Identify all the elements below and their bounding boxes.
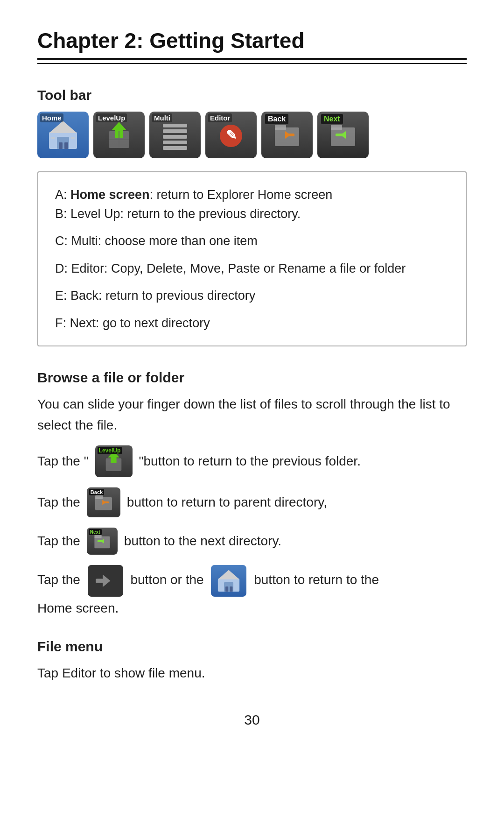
home-inline-svg: [216, 568, 241, 593]
next-label: Next: [321, 114, 343, 124]
svg-rect-21: [286, 134, 294, 136]
levelup-svg-icon: [102, 118, 136, 152]
svg-rect-6: [71, 137, 75, 139]
toolbar-icons-row: Home LevelUp: [37, 112, 467, 158]
description-box: A: Home screen: return to Explorer Home …: [37, 171, 467, 346]
file-menu-text: Tap Editor to show file menu.: [37, 663, 467, 684]
svg-rect-23: [331, 125, 342, 130]
tap1-row: Tap the " LevelUp "button to return to t…: [37, 445, 467, 477]
back-label: Back: [265, 114, 288, 124]
svg-rect-12: [163, 129, 187, 133]
tap4-suffix: button to return to the: [254, 572, 379, 587]
svg-marker-1: [49, 121, 77, 133]
svg-rect-33: [94, 535, 101, 538]
svg-rect-13: [163, 135, 187, 139]
tap4-end: Home screen.: [37, 601, 119, 615]
levelup-inline-icon: LevelUp: [95, 445, 133, 477]
tap4-row: Tap the button or the button to return t…: [37, 565, 467, 620]
file-menu-heading: File menu: [37, 639, 467, 655]
chapter-title: Chapter 2: Getting Started: [37, 28, 467, 53]
tap3-prefix: Tap the: [37, 534, 80, 549]
svg-rect-41: [225, 586, 228, 592]
tap1-suffix: "button to return to the previous folder…: [139, 454, 361, 469]
svg-rect-31: [103, 501, 109, 503]
home-label: Home: [40, 113, 63, 122]
next-icon-block: Next: [317, 112, 369, 158]
divider-thick: [37, 58, 467, 60]
editor-label: Editor: [208, 113, 232, 122]
svg-rect-3: [59, 142, 63, 149]
editor-icon-block: Editor ✎: [205, 112, 257, 158]
svg-rect-11: [163, 124, 187, 127]
tap2-prefix: Tap the: [37, 495, 80, 510]
desc-d: D: Editor: Copy, Delete, Move, Paste or …: [55, 259, 449, 278]
svg-rect-29: [95, 495, 103, 499]
divider-thin: [37, 63, 467, 64]
tap1-prefix: Tap the ": [37, 454, 89, 469]
svg-rect-25: [336, 134, 345, 136]
tap3-row: Tap the Next button to the next director…: [37, 528, 467, 555]
svg-rect-32: [94, 536, 110, 548]
svg-rect-4: [64, 142, 68, 149]
browse-heading: Browse a file or folder: [37, 370, 467, 386]
svg-text:✎: ✎: [226, 128, 237, 142]
multi-icon-block: Multi: [149, 112, 201, 158]
svg-rect-35: [98, 540, 104, 542]
back-inline-icon: Back: [87, 487, 120, 517]
desc-e: E: Back: return to previous directory: [55, 286, 449, 305]
home-svg-icon: [47, 119, 79, 151]
tap4-mid: button or the: [130, 572, 207, 587]
svg-rect-42: [230, 586, 233, 592]
svg-rect-14: [163, 141, 187, 144]
next-inline-icon: Next: [87, 528, 118, 555]
toolbar-heading: Tool bar: [37, 87, 467, 103]
levelup-label: LevelUp: [96, 113, 127, 122]
svg-rect-15: [163, 146, 187, 150]
browse-section: Browse a file or folder You can slide yo…: [37, 370, 467, 620]
desc-c: C: Multi: choose more than one item: [55, 232, 449, 251]
home-icon-block: Home: [37, 112, 89, 158]
svg-marker-39: [218, 570, 239, 579]
desc-f: F: Next: go to next directory: [55, 314, 449, 333]
back-arrow-svg: [93, 568, 118, 593]
multi-label: Multi: [152, 113, 172, 122]
desc-a: A: Home screen: return to Explorer Home …: [55, 185, 449, 223]
levelup-icon-block: LevelUp: [93, 112, 145, 158]
tap3-suffix: button to the next directory.: [124, 534, 281, 549]
page-number: 30: [37, 712, 467, 728]
browse-intro: You can slide your finger down the list …: [37, 394, 467, 436]
svg-rect-19: [275, 125, 286, 130]
tap2-row: Tap the Back button to return to parent …: [37, 487, 467, 517]
tap2-suffix: button to return to parent directory,: [127, 495, 327, 510]
home-inline-icon: [211, 565, 246, 597]
multi-svg-icon: [158, 118, 192, 152]
svg-rect-5: [51, 137, 55, 139]
svg-rect-37: [96, 578, 104, 583]
toolbar-section: Tool bar Home LevelUp: [37, 87, 467, 346]
svg-marker-36: [103, 574, 111, 587]
back-icon-block: Back: [261, 112, 313, 158]
editor-svg-icon: ✎: [214, 118, 248, 152]
back-arrow-inline-icon: [88, 565, 123, 597]
file-menu-section: File menu Tap Editor to show file menu.: [37, 639, 467, 684]
tap4-prefix: Tap the: [37, 572, 84, 587]
